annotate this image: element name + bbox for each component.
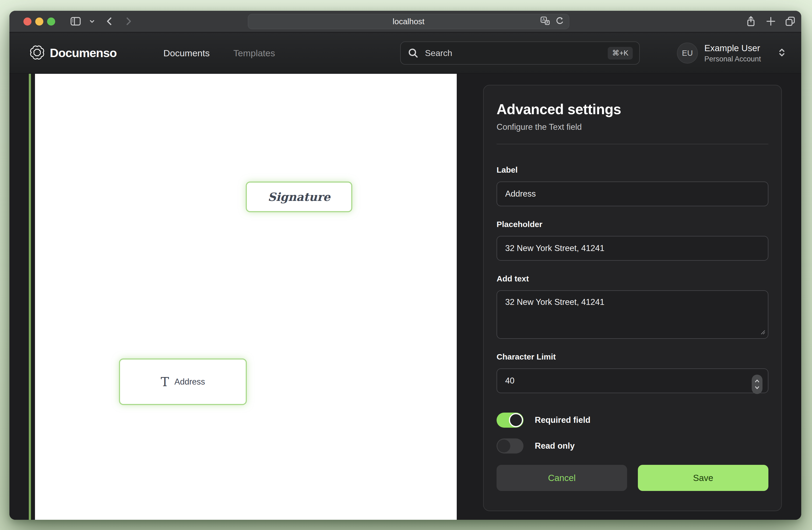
toggle-knob [509, 413, 523, 427]
cancel-button[interactable]: Cancel [496, 465, 627, 491]
address-text-field[interactable]: T Address [119, 359, 247, 405]
placeholder-field-label: Placeholder [496, 220, 768, 229]
account-menu[interactable]: Example User Personal Account [704, 43, 761, 63]
placeholder-input[interactable] [496, 236, 768, 261]
search-placeholder: Search [425, 48, 602, 58]
zoom-window-button[interactable] [47, 17, 55, 26]
read-only-toggle[interactable] [496, 438, 523, 454]
main-content: Signature T Address Advanced settings Co… [10, 74, 801, 520]
sidebar-chevron-down-icon[interactable] [88, 17, 96, 25]
divider [496, 144, 768, 144]
svg-text:A: A [542, 17, 545, 22]
add-text-textarea[interactable]: 32 New York Street, 41241 [496, 290, 768, 339]
avatar[interactable]: EU [677, 43, 698, 64]
required-field-label: Required field [535, 415, 591, 425]
close-window-button[interactable] [24, 17, 31, 26]
address-bar[interactable]: localhost A [248, 14, 569, 29]
tab-overview-icon[interactable] [784, 15, 796, 27]
browser-window: localhost A [10, 11, 801, 520]
share-icon[interactable] [745, 15, 757, 27]
account-chevron-updown-icon[interactable] [777, 46, 787, 59]
required-field-toggle[interactable] [496, 413, 523, 428]
app-header: Documenso Documents Templates Search ⌘+K… [10, 33, 801, 73]
search-shortcut-badge: ⌘+K [608, 47, 633, 59]
add-text-field-label: Add text [496, 274, 768, 283]
read-only-label: Read only [535, 441, 575, 451]
address-field-label: Address [174, 377, 205, 387]
account-type: Personal Account [704, 55, 761, 63]
save-button[interactable]: Save [638, 465, 768, 491]
search-icon [407, 47, 419, 59]
minimize-window-button[interactable] [35, 17, 43, 26]
toggle-knob [497, 440, 510, 452]
forward-button-icon[interactable] [122, 15, 134, 27]
documenso-logo-icon[interactable] [30, 45, 45, 61]
character-limit-field-label: Character Limit [496, 352, 768, 361]
back-button-icon[interactable] [104, 15, 115, 27]
sidebar-toggle-icon[interactable] [69, 15, 82, 28]
nav-templates[interactable]: Templates [233, 48, 275, 58]
search-input[interactable]: Search ⌘+K [400, 41, 640, 65]
panel-title: Advanced settings [496, 101, 768, 117]
number-stepper[interactable] [752, 375, 763, 394]
new-tab-icon[interactable] [765, 15, 777, 27]
label-field-label: Label [496, 165, 768, 175]
document-page: Signature T Address [35, 74, 457, 520]
avatar-initials: EU [682, 49, 693, 58]
account-name: Example User [704, 43, 761, 53]
panel-subtitle: Configure the Text field [496, 122, 768, 132]
translate-icon[interactable]: A [539, 15, 551, 28]
nav-documents[interactable]: Documents [163, 48, 210, 58]
label-input[interactable] [496, 182, 768, 206]
textarea-resize-handle[interactable] [760, 330, 766, 336]
reload-icon[interactable] [554, 16, 565, 27]
text-field-type-icon: T [161, 376, 169, 388]
browser-toolbar: localhost A [10, 11, 801, 32]
advanced-settings-panel: Advanced settings Configure the Text fie… [483, 85, 782, 511]
url-text: localhost [393, 17, 424, 26]
signature-field[interactable]: Signature [246, 182, 352, 212]
document-edge-indicator [29, 74, 31, 520]
character-limit-input[interactable] [496, 368, 768, 393]
brand-name[interactable]: Documenso [50, 46, 117, 60]
signature-field-label: Signature [268, 191, 330, 204]
